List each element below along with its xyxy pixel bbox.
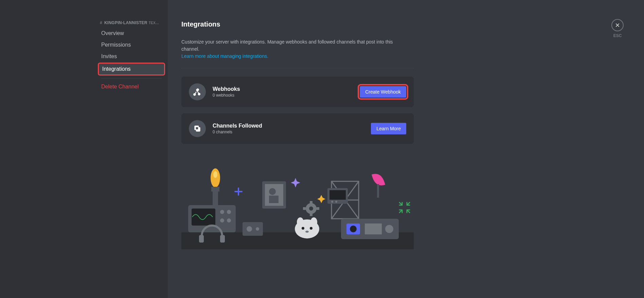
svg-point-5 bbox=[220, 218, 224, 222]
svg-point-22 bbox=[297, 217, 304, 227]
svg-rect-17 bbox=[310, 201, 312, 204]
channel-header: # KINGPIN-LANNISTER TEX… bbox=[98, 20, 165, 28]
svg-point-13 bbox=[269, 188, 276, 195]
svg-rect-18 bbox=[310, 213, 312, 216]
close-button[interactable] bbox=[611, 19, 624, 31]
svg-point-31 bbox=[350, 226, 357, 232]
close-wrap: ESC bbox=[611, 19, 624, 38]
close-icon bbox=[615, 22, 620, 28]
sidebar-item-delete-channel[interactable]: Delete Channel bbox=[98, 81, 165, 92]
svg-point-42 bbox=[256, 227, 259, 231]
svg-rect-35 bbox=[329, 190, 346, 200]
learn-more-integrations-link[interactable]: Learn more about managing integrations. bbox=[181, 53, 268, 59]
channels-followed-count: 0 channels bbox=[213, 130, 371, 134]
webhook-icon bbox=[189, 83, 206, 100]
svg-point-6 bbox=[227, 218, 231, 222]
svg-rect-10 bbox=[213, 192, 218, 205]
channels-followed-title: Channels Followed bbox=[213, 123, 371, 129]
channels-followed-card: Channels Followed 0 channels Learn More bbox=[181, 113, 414, 144]
sidebar-item-overview[interactable]: Overview bbox=[98, 28, 165, 39]
svg-point-41 bbox=[247, 226, 252, 232]
webhooks-card-body: Webhooks 0 webhooks bbox=[213, 86, 360, 98]
svg-rect-14 bbox=[269, 196, 279, 203]
svg-rect-39 bbox=[220, 235, 225, 243]
channel-type: TEX… bbox=[149, 21, 159, 25]
channel-settings-sidebar: # KINGPIN-LANNISTER TEX… Overview Permis… bbox=[93, 0, 168, 298]
webhooks-title: Webhooks bbox=[213, 86, 360, 92]
channels-followed-icon bbox=[189, 120, 206, 137]
svg-point-33 bbox=[385, 225, 393, 233]
svg-point-8 bbox=[213, 171, 217, 178]
section-divider bbox=[181, 68, 414, 68]
integrations-illustration bbox=[181, 154, 414, 249]
create-webhook-highlight: Create Webhook bbox=[360, 86, 406, 98]
svg-rect-40 bbox=[243, 222, 263, 236]
close-label: ESC bbox=[611, 33, 624, 38]
sidebar-item-integrations[interactable]: Integrations bbox=[98, 63, 165, 76]
learn-more-button[interactable]: Learn More bbox=[371, 123, 406, 134]
webhooks-card: Webhooks 0 webhooks Create Webhook bbox=[181, 77, 414, 107]
svg-point-36 bbox=[331, 201, 333, 203]
svg-rect-38 bbox=[199, 235, 204, 243]
main-content: ESC Integrations Customize your server w… bbox=[168, 0, 644, 298]
sidebar-divider bbox=[101, 78, 162, 79]
svg-point-25 bbox=[310, 227, 312, 230]
svg-rect-32 bbox=[365, 224, 382, 234]
create-webhook-button[interactable]: Create Webhook bbox=[360, 86, 406, 98]
channels-followed-card-body: Channels Followed 0 channels bbox=[213, 123, 371, 134]
svg-point-16 bbox=[309, 206, 313, 211]
svg-point-24 bbox=[302, 227, 304, 230]
svg-rect-9 bbox=[211, 187, 219, 192]
left-gutter bbox=[0, 0, 93, 298]
page-desc-text: Customize your server with integrations.… bbox=[181, 39, 393, 52]
svg-rect-20 bbox=[317, 207, 319, 210]
svg-point-26 bbox=[305, 231, 309, 233]
svg-rect-19 bbox=[303, 207, 306, 210]
sidebar-item-invites[interactable]: Invites bbox=[98, 51, 165, 62]
page-description: Customize your server with integrations.… bbox=[181, 38, 406, 60]
sidebar-item-permissions[interactable]: Permissions bbox=[98, 39, 165, 50]
svg-point-3 bbox=[220, 210, 224, 214]
svg-point-4 bbox=[227, 210, 231, 214]
channel-name: KINGPIN-LANNISTER bbox=[104, 20, 147, 25]
svg-point-37 bbox=[335, 201, 337, 203]
webhooks-count: 0 webhooks bbox=[213, 93, 360, 98]
svg-point-23 bbox=[310, 217, 317, 227]
svg-rect-28 bbox=[377, 184, 379, 198]
hash-icon: # bbox=[100, 20, 102, 25]
page-title: Integrations bbox=[181, 20, 630, 28]
svg-rect-2 bbox=[192, 209, 215, 226]
